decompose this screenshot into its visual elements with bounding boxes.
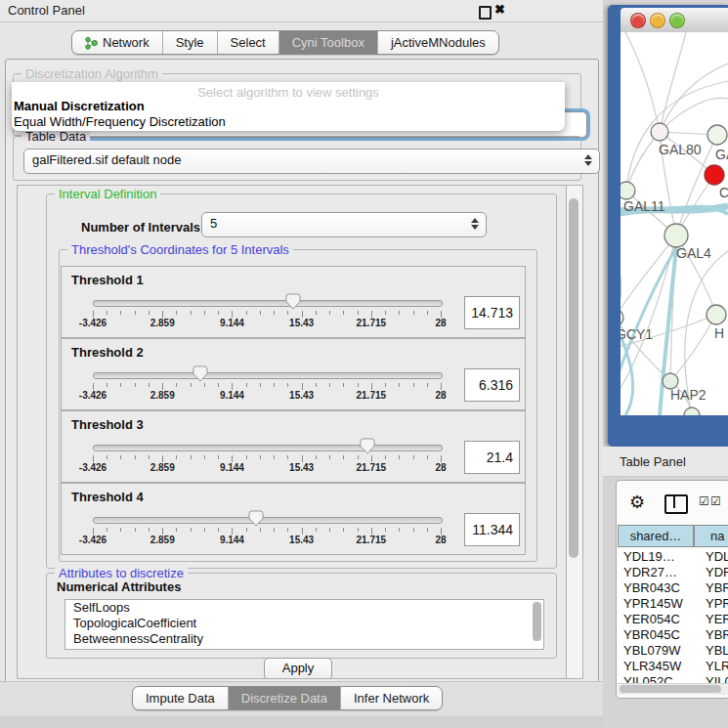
screen: Control Panel ✖ NetworkStyleSelectCyni T… xyxy=(0,0,728,728)
network-edge[interactable] xyxy=(621,236,676,318)
network-node[interactable] xyxy=(664,224,688,247)
algorithm-option-equal-width-frequency-discretization[interactable]: Equal Width/Frequency Discretization xyxy=(14,114,226,129)
slider-tick-label: 2.859 xyxy=(150,318,175,328)
apply-button[interactable]: Apply xyxy=(264,658,332,679)
table-row[interactable]: YDL19…YDL19 xyxy=(618,549,728,565)
bottom-tab-discretize-data[interactable]: Discretize Data xyxy=(229,687,341,709)
slider-tick xyxy=(343,311,344,315)
slider-tick xyxy=(358,383,359,387)
control-panel: Control Panel ✖ NetworkStyleSelectCyni T… xyxy=(0,0,603,728)
threshold-slider-thumb[interactable] xyxy=(193,365,208,382)
node-label: C xyxy=(719,185,728,200)
numerical-attributes-list[interactable]: SelfLoopsTopologicalCoefficientBetweenne… xyxy=(64,599,544,650)
table-row[interactable]: YPR145WYPR145W xyxy=(618,596,728,612)
threshold-slider-track[interactable] xyxy=(93,300,443,307)
slider-tick xyxy=(358,455,359,459)
network-canvas[interactable]: GAL80GACGAL11GAL4GCY1HHAP2 xyxy=(621,32,728,415)
slider-tick xyxy=(218,528,219,532)
minimize-window-icon[interactable] xyxy=(650,13,665,28)
tab-style[interactable]: Style xyxy=(163,31,218,54)
network-node[interactable] xyxy=(707,125,727,145)
slider-tick-label: 15.43 xyxy=(289,535,314,545)
slider-tick xyxy=(343,455,344,459)
threshold-value-field[interactable]: 11.344 xyxy=(464,513,520,546)
attribute-list-item[interactable]: TopologicalCoefficient xyxy=(65,616,543,631)
number-of-intervals-combobox[interactable]: 5 xyxy=(201,212,487,237)
threshold-slider-thumb[interactable] xyxy=(360,438,375,454)
cell-name: YER054C xyxy=(700,612,728,627)
network-node[interactable] xyxy=(621,182,635,199)
tab-cyni-toolbox[interactable]: Cyni Toolbox xyxy=(279,31,378,54)
checkbox-icon[interactable]: ☑ xyxy=(699,494,709,508)
table-data-combobox[interactable]: galFiltered.sif default node xyxy=(23,149,600,174)
threshold-slider-track[interactable] xyxy=(93,372,443,379)
slider-tick xyxy=(413,455,414,459)
attributes-list-scrollbar[interactable] xyxy=(533,602,541,641)
slider-tick-label: 9.144 xyxy=(220,462,244,473)
close-icon[interactable]: ✖ xyxy=(494,2,505,17)
settings-vertical-scrollbar[interactable] xyxy=(566,185,583,679)
slider-tick xyxy=(162,528,163,535)
zoom-window-icon[interactable] xyxy=(669,13,685,28)
settings-scroll-area: Interval Definition Number of Intervals … xyxy=(17,185,568,679)
network-edge[interactable] xyxy=(660,32,686,132)
slider-tick xyxy=(427,383,428,387)
network-node[interactable] xyxy=(705,165,724,185)
slider-tick xyxy=(287,311,288,315)
close-window-icon[interactable] xyxy=(630,13,646,28)
network-edge[interactable] xyxy=(626,132,660,191)
network-edge[interactable] xyxy=(625,32,660,132)
threshold-panel-4: Threshold 4-3.4262.8599.14415.4321.71528… xyxy=(61,483,526,555)
table-data-group: Table Data galFiltered.sif default node xyxy=(13,136,581,181)
threshold-slider-track[interactable] xyxy=(93,517,443,524)
bottom-tab-infer-network[interactable]: Infer Network xyxy=(341,687,442,709)
slider-tick-label: 28 xyxy=(435,318,446,328)
network-window-titlebar[interactable] xyxy=(621,8,728,33)
table-row[interactable]: YDR27…YDR27 xyxy=(618,565,728,580)
scrollbar-thumb[interactable] xyxy=(569,198,578,558)
network-node[interactable] xyxy=(707,305,726,324)
network-node[interactable] xyxy=(684,407,700,415)
cell-shared-name: YLR345W xyxy=(618,659,700,674)
threshold-slider-track[interactable] xyxy=(93,445,443,451)
table-row[interactable]: YIL052CYIL052C xyxy=(618,674,728,683)
threshold-value-field[interactable]: 21.4 xyxy=(464,441,520,474)
bottom-tab-impute-data[interactable]: Impute Data xyxy=(133,687,229,709)
network-edge[interactable] xyxy=(670,315,716,381)
split-columns-icon[interactable] xyxy=(664,494,688,514)
network-node[interactable] xyxy=(651,123,668,141)
checkbox-icon[interactable]: ☑ xyxy=(710,494,721,508)
column-header-name[interactable]: na xyxy=(694,525,728,547)
table-row[interactable]: YLR345WYLR345W xyxy=(618,659,728,674)
gear-icon[interactable]: ⚙ xyxy=(629,492,645,513)
slider-tick xyxy=(399,455,400,459)
slider-tick xyxy=(316,383,317,387)
table-horizontal-scrollbar[interactable] xyxy=(618,683,728,695)
tab-select[interactable]: Select xyxy=(218,31,279,54)
table-row[interactable]: YBL079WYBL079W xyxy=(618,643,728,659)
slider-tick xyxy=(107,311,107,315)
table-row[interactable]: YBR043CYBR043C xyxy=(618,580,728,596)
threshold-value-field[interactable]: 14.713 xyxy=(464,296,520,329)
slider-tick xyxy=(218,383,219,387)
slider-tick xyxy=(385,311,386,315)
tab-jactivemnodules[interactable]: jActiveMNodules xyxy=(378,31,498,54)
threshold-slider-thumb[interactable] xyxy=(285,293,301,310)
slider-tick-label: 9.144 xyxy=(220,318,244,328)
attribute-list-item[interactable]: BetweennessCentrality xyxy=(65,631,543,647)
slider-tick xyxy=(191,528,192,532)
attribute-list-item[interactable]: SelfLoops xyxy=(65,600,543,616)
network-node[interactable] xyxy=(621,309,623,326)
tab-network[interactable]: Network xyxy=(72,31,163,54)
algorithm-option-manual-discretization[interactable]: Manual Discretization xyxy=(14,99,145,113)
column-header-shared-name[interactable]: shared… xyxy=(618,525,694,547)
float-window-icon[interactable] xyxy=(479,6,492,20)
slider-tick xyxy=(399,311,400,315)
table-row[interactable]: YER054CYER054C xyxy=(618,612,728,627)
slider-tick-label: -3.426 xyxy=(79,390,107,401)
table-row[interactable]: YBR045CYBR045C xyxy=(618,627,728,643)
scrollbar-thumb[interactable] xyxy=(620,685,721,693)
threshold-slider-thumb[interactable] xyxy=(248,510,264,527)
threshold-value-field[interactable]: 6.316 xyxy=(464,368,520,402)
node-label: GAL11 xyxy=(623,198,665,214)
